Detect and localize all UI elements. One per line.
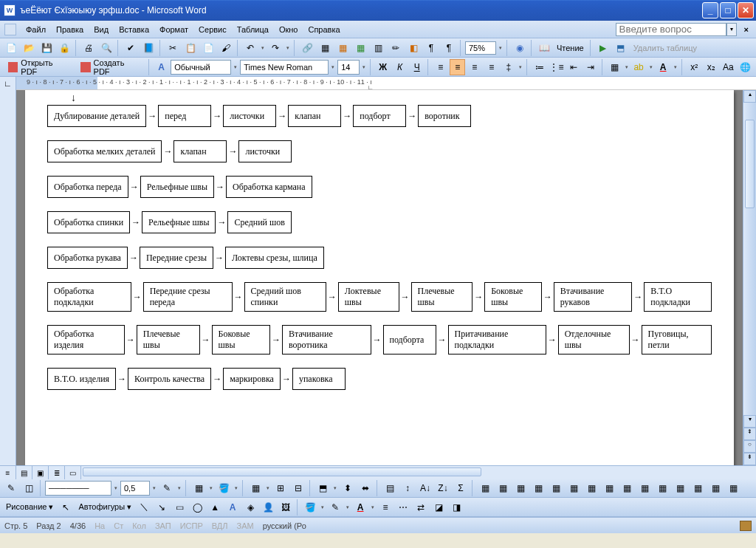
reading-layout-icon[interactable]: 📖 xyxy=(536,40,552,56)
help-search-input[interactable] xyxy=(616,23,726,36)
tb-icon[interactable]: ▦ xyxy=(725,480,741,496)
print-layout-icon[interactable]: ▣ xyxy=(32,466,49,479)
autosum-icon[interactable]: Σ xyxy=(453,480,469,496)
open-icon[interactable]: 📂 xyxy=(21,40,37,56)
rectangle-icon[interactable]: ▭ xyxy=(171,499,188,516)
tb-icon[interactable]: ▦ xyxy=(654,480,670,496)
doc-close-button[interactable]: × xyxy=(741,25,752,34)
status-ovr[interactable]: ЗАМ xyxy=(237,521,254,530)
drawing-label[interactable]: Рисование ▾ xyxy=(3,502,56,512)
maximize-button[interactable]: □ xyxy=(720,2,736,18)
research-icon[interactable]: 📘 xyxy=(140,40,157,56)
fill-color-icon[interactable]: 🪣 xyxy=(302,499,318,516)
border-color-icon[interactable]: ✎ xyxy=(159,480,175,496)
3d-icon[interactable]: ◨ xyxy=(448,499,464,516)
line-icon[interactable]: ＼ xyxy=(136,499,152,516)
flow-box[interactable]: Локтевые швы xyxy=(338,282,399,312)
flow-box[interactable]: Плечевые швы xyxy=(137,325,200,355)
zoom-dropdown[interactable]: ▾ xyxy=(498,45,504,51)
menu-help[interactable]: Справка xyxy=(303,23,345,36)
prev-page-icon[interactable]: ⇞ xyxy=(743,428,756,440)
tb-icon[interactable]: ▦ xyxy=(583,480,599,496)
status-rec[interactable]: ЗАП xyxy=(155,521,171,530)
page-area[interactable]: ↓ Дублирование деталей перед листочки кл… xyxy=(16,90,743,465)
flow-box[interactable]: Рельефные швы xyxy=(142,211,216,233)
flow-box[interactable]: воротник xyxy=(418,105,471,127)
align-right-icon[interactable]: ≡ xyxy=(467,59,482,75)
cut-icon[interactable]: ✂ xyxy=(165,40,181,56)
flow-box[interactable]: Обработка изделия xyxy=(47,325,125,355)
flow-box[interactable]: Отделочные швы xyxy=(558,325,630,355)
menu-file[interactable]: Файл xyxy=(21,23,51,36)
browse-object-icon[interactable]: ○ xyxy=(743,440,756,453)
flow-box[interactable]: листочки xyxy=(223,105,276,127)
permission-icon[interactable]: 🔒 xyxy=(56,40,72,56)
menu-insert[interactable]: Вставка xyxy=(114,23,154,36)
flow-box[interactable]: Средний шов спинки xyxy=(244,282,326,312)
decrease-indent-icon[interactable]: ⇤ xyxy=(566,59,581,75)
tb-icon[interactable]: ▦ xyxy=(672,480,688,496)
copy-icon[interactable]: 📋 xyxy=(182,40,199,56)
help-search-dropdown[interactable]: ▾ xyxy=(726,23,737,36)
shadow-icon[interactable]: ◪ xyxy=(430,499,447,516)
text-direction-icon[interactable]: ↕ xyxy=(399,480,416,496)
status-ext[interactable]: ВДЛ xyxy=(212,521,228,530)
flow-box[interactable]: клапан xyxy=(288,105,341,127)
excel-icon[interactable]: ▦ xyxy=(352,40,368,56)
tb-icon[interactable]: ▦ xyxy=(690,480,706,496)
line-color-icon[interactable]: ✎ xyxy=(327,499,343,516)
reading-label[interactable]: Чтение xyxy=(554,44,587,52)
print-icon[interactable]: 🖨 xyxy=(80,40,97,56)
wordart-icon[interactable]: A xyxy=(224,499,241,516)
font-color-icon[interactable]: A xyxy=(656,59,671,75)
drawing-icon[interactable]: ✏ xyxy=(388,40,404,56)
font-size-combo[interactable]: 14 xyxy=(337,60,360,75)
arrow-style-icon[interactable]: ⇄ xyxy=(413,499,429,516)
undo-dropdown[interactable]: ▾ xyxy=(260,45,266,51)
close-button[interactable]: ✕ xyxy=(738,2,754,18)
menu-edit[interactable]: Правка xyxy=(51,23,89,36)
flow-box[interactable]: Притачивание подкладки xyxy=(448,325,546,355)
menu-table[interactable]: Таблица xyxy=(232,23,274,36)
web-view-icon[interactable]: ▤ xyxy=(16,466,32,479)
justify-icon[interactable]: ≡ xyxy=(484,59,499,75)
tb-icon[interactable]: ▦ xyxy=(566,480,582,496)
merge-cells-icon[interactable]: ⊞ xyxy=(272,480,289,496)
highlight-icon[interactable]: ab xyxy=(631,59,647,75)
draw-table-icon[interactable]: ✎ xyxy=(3,480,19,496)
doc-map-icon[interactable]: ◧ xyxy=(405,40,422,56)
zoom-combo[interactable]: 75% xyxy=(465,41,496,55)
picture-icon[interactable]: 🖼 xyxy=(278,499,294,516)
menu-view[interactable]: Вид xyxy=(89,23,114,36)
oval-icon[interactable]: ◯ xyxy=(189,499,205,516)
tb-icon[interactable]: ▦ xyxy=(636,480,653,496)
vertical-ruler[interactable] xyxy=(0,90,16,465)
undo-icon[interactable]: ↶ xyxy=(242,40,258,56)
print-preview-icon[interactable]: 🔍 xyxy=(98,40,114,56)
menu-tools[interactable]: Сервис xyxy=(193,23,232,36)
play-icon[interactable]: ▶ xyxy=(595,40,611,56)
distribute-cols-icon[interactable]: ⬌ xyxy=(357,480,374,496)
dash-style-icon[interactable]: ⋯ xyxy=(395,499,411,516)
status-lang[interactable]: русский (Ро xyxy=(263,521,306,530)
flow-box[interactable]: В.Т.О подкладки xyxy=(644,282,712,312)
flow-box[interactable]: Передние срезы xyxy=(140,247,213,269)
line-weight-combo[interactable]: 0,5 xyxy=(120,481,150,496)
tb-icon[interactable]: ▦ xyxy=(495,480,511,496)
flow-box[interactable]: маркировка xyxy=(223,368,281,390)
tb-icon[interactable]: ▦ xyxy=(512,480,529,496)
create-pdf-button[interactable]: Создать PDF xyxy=(75,56,145,78)
spelling-status-icon[interactable] xyxy=(740,521,752,531)
flow-box[interactable]: Передние срезы переда xyxy=(143,282,233,312)
change-case-icon[interactable]: Aa xyxy=(721,59,736,75)
language-icon[interactable]: 🌐 xyxy=(738,59,753,75)
columns-icon[interactable]: ▥ xyxy=(370,40,386,56)
outside-border-icon[interactable]: ▦ xyxy=(190,480,207,496)
align-top-left-icon[interactable]: ⬒ xyxy=(315,480,331,496)
flow-box[interactable]: Обработка переда xyxy=(47,176,128,198)
horizontal-scrollbar[interactable] xyxy=(81,466,756,479)
open-pdf-button[interactable]: Открыть PDF xyxy=(3,56,74,78)
underline-icon[interactable]: Ч xyxy=(409,59,425,75)
tab-stop-icon[interactable]: ∟ xyxy=(368,84,374,89)
eraser-icon[interactable]: ◫ xyxy=(21,480,37,496)
